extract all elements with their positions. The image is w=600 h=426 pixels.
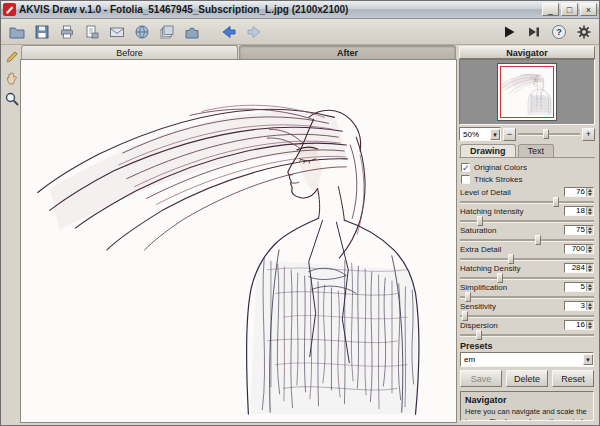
zoom-slider[interactable] — [518, 133, 580, 136]
param-slider-handle[interactable] — [476, 330, 482, 340]
param-value-box[interactable]: 75 — [564, 225, 594, 235]
navigator-thumbnail[interactable] — [497, 63, 557, 121]
zoom-select[interactable]: 50% ▼ — [459, 127, 501, 141]
spinner-icon[interactable] — [586, 245, 593, 253]
zoom-in-button[interactable]: + — [582, 128, 595, 141]
open-icon — [9, 24, 25, 40]
checkbox-original-colors[interactable]: ✓Original Colors — [460, 161, 594, 173]
undo-arrow-button[interactable] — [217, 21, 240, 43]
run-all-button[interactable] — [522, 21, 545, 43]
print-layout-button[interactable] — [80, 21, 103, 43]
preset-select[interactable]: em ▼ — [460, 352, 594, 367]
checkbox-label: Thick Strokes — [474, 175, 522, 184]
param-slider[interactable] — [460, 201, 594, 204]
share-button[interactable] — [105, 21, 128, 43]
window-title: AKVIS Draw v.1.0 - Fotolia_51467945_Subs… — [19, 4, 539, 15]
checkbox-unchecked-icon[interactable] — [461, 175, 470, 184]
plugins-button[interactable] — [180, 21, 203, 43]
zoom-slider-handle[interactable] — [543, 129, 549, 139]
batch-button[interactable] — [155, 21, 178, 43]
param-value-box[interactable]: 18 — [564, 206, 594, 216]
navigator-thumbnail-area[interactable] — [459, 59, 595, 125]
spinner-icon[interactable] — [586, 264, 593, 272]
zoom-out-button[interactable]: − — [503, 128, 516, 141]
param-slider[interactable] — [460, 277, 594, 280]
param-slider-handle[interactable] — [462, 311, 468, 321]
param-slider-handle[interactable] — [497, 273, 503, 283]
toolbar-right-group: ? — [497, 21, 595, 43]
toolbar-separator — [205, 21, 215, 43]
param-value: 16 — [565, 321, 586, 329]
param-slider[interactable] — [460, 296, 594, 299]
save-button[interactable] — [30, 21, 53, 43]
param-value: 75 — [565, 226, 586, 234]
app-window: AKVIS Draw v.1.0 - Fotolia_51467945_Subs… — [0, 0, 600, 426]
checkbox-label: Original Colors — [474, 163, 527, 172]
param-slider[interactable] — [460, 239, 594, 242]
spinner-icon[interactable] — [586, 321, 593, 329]
presets-section: Presets em ▼ SaveDeleteReset — [459, 341, 595, 387]
param-value-box[interactable]: 76 — [564, 187, 594, 197]
print-button[interactable] — [55, 21, 78, 43]
redo-arrow-button[interactable] — [242, 21, 265, 43]
reset-button[interactable]: Reset — [552, 370, 594, 387]
spinner-icon[interactable] — [586, 226, 593, 234]
tab-text[interactable]: Text — [518, 144, 555, 157]
param-value: 5 — [565, 283, 586, 291]
hand-tool-button[interactable] — [4, 70, 20, 86]
param-value-box[interactable]: 700 — [564, 244, 594, 254]
checkbox-checked-icon[interactable]: ✓ — [461, 163, 470, 172]
settings-panel: Navigator 50% ▼ − + Drawing — [457, 45, 597, 423]
presets-title: Presets — [460, 341, 594, 352]
tab-after[interactable]: After — [239, 45, 456, 59]
delete-button[interactable]: Delete — [506, 370, 548, 387]
image-canvas[interactable] — [20, 59, 457, 423]
param-value: 700 — [565, 245, 586, 253]
maximize-button[interactable]: □ — [561, 3, 578, 16]
navigator-frame[interactable] — [500, 66, 554, 118]
param-hatching-intensity: Hatching Intensity18 — [460, 206, 594, 223]
param-sensitivity: Sensitivity3 — [460, 301, 594, 318]
help-button[interactable]: ? — [547, 21, 570, 43]
param-slider[interactable] — [460, 220, 594, 223]
spinner-icon[interactable] — [586, 302, 593, 310]
param-slider-handle[interactable] — [508, 254, 514, 264]
param-value-box[interactable]: 5 — [564, 282, 594, 292]
pencil-tool-button[interactable] — [4, 49, 20, 65]
param-label: Hatching Density — [460, 264, 520, 273]
chevron-down-icon[interactable]: ▼ — [583, 354, 593, 365]
param-slider[interactable] — [460, 315, 594, 318]
param-value-box[interactable]: 284 — [564, 263, 594, 273]
param-slider-handle[interactable] — [535, 235, 541, 245]
tab-drawing[interactable]: Drawing — [460, 144, 516, 157]
param-slider-handle[interactable] — [465, 292, 471, 302]
param-value-box[interactable]: 16 — [564, 320, 594, 330]
chevron-down-icon[interactable]: ▼ — [490, 129, 500, 140]
open-button[interactable] — [5, 21, 28, 43]
param-slider-handle[interactable] — [477, 216, 483, 226]
run-button[interactable] — [497, 21, 520, 43]
tool-strip — [3, 45, 20, 423]
param-slider[interactable] — [460, 258, 594, 261]
spinner-icon[interactable] — [586, 283, 593, 291]
app-logo-icon — [3, 3, 16, 16]
param-slider-handle[interactable] — [553, 197, 559, 207]
tab-before[interactable]: Before — [21, 45, 238, 59]
print-icon — [59, 24, 75, 40]
param-hatching-density: Hatching Density284 — [460, 263, 594, 280]
main-area: Before After Navigator 50% ▼ − — [1, 45, 599, 425]
param-slider[interactable] — [460, 334, 594, 337]
save-button[interactable]: Save — [460, 370, 502, 387]
zoom-tool-button[interactable] — [4, 91, 20, 107]
param-value: 18 — [565, 207, 586, 215]
param-value: 3 — [565, 302, 586, 310]
checkbox-thick-strokes[interactable]: Thick Strokes — [460, 173, 594, 185]
param-value-box[interactable]: 3 — [564, 301, 594, 311]
param-level-of-detail: Level of Detail76 — [460, 187, 594, 204]
preferences-button[interactable] — [572, 21, 595, 43]
minimize-button[interactable]: _ — [542, 3, 559, 16]
close-button[interactable]: × — [580, 3, 597, 16]
spinner-icon[interactable] — [586, 188, 593, 196]
spinner-icon[interactable] — [586, 207, 593, 215]
publish-button[interactable] — [130, 21, 153, 43]
